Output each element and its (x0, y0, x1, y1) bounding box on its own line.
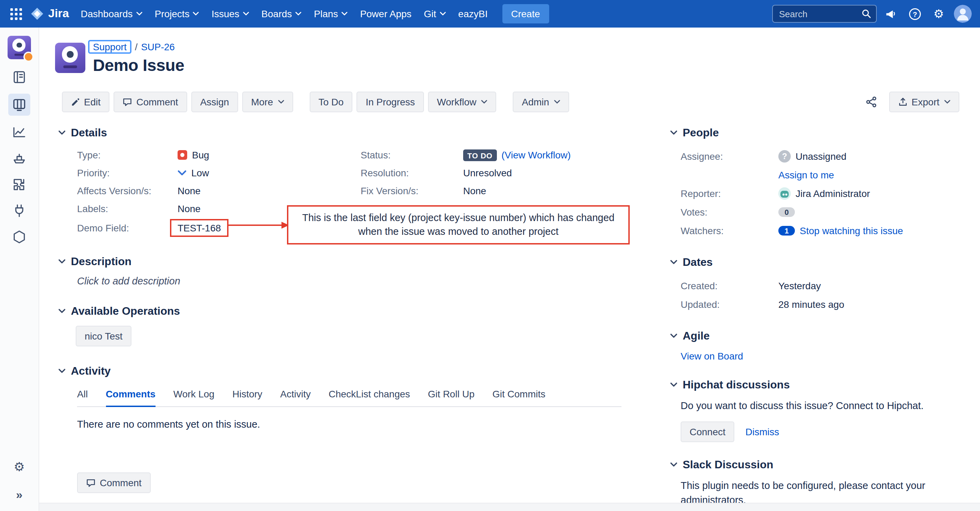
workflow-button[interactable]: Workflow (428, 92, 496, 112)
hipchat-dismiss-link[interactable]: Dismiss (745, 426, 779, 437)
feedback-button[interactable] (880, 3, 901, 24)
nav-item-label: eazyBI (458, 8, 488, 19)
tab-activity[interactable]: Activity (280, 383, 311, 407)
search-box[interactable] (772, 5, 877, 23)
assignee-value: ? Unassigned (778, 150, 846, 162)
operations-section-header[interactable]: Available Operations (58, 303, 631, 319)
jira-logo[interactable]: Jira (26, 7, 75, 21)
watchers-badge[interactable]: 1 (778, 225, 795, 235)
view-workflow-link[interactable]: (View Workflow) (501, 149, 571, 160)
people-section-header[interactable]: People (670, 125, 959, 141)
search-input[interactable] (778, 8, 862, 20)
more-button[interactable]: More (242, 92, 293, 112)
activity-section: Activity All Comments Work Log History A… (58, 363, 631, 493)
assign-button[interactable]: Assign (191, 92, 238, 112)
nav-item-label: Power Apps (360, 8, 411, 19)
nav-item-dashboards[interactable]: Dashboards (75, 0, 149, 27)
tab-comments[interactable]: Comments (106, 383, 156, 407)
chevron-down-icon (58, 369, 66, 374)
nav-item-power-apps[interactable]: Power Apps (354, 0, 417, 27)
activity-section-header[interactable]: Activity (58, 363, 631, 380)
tab-checklist-changes[interactable]: CheckList changes (329, 383, 410, 407)
help-button[interactable]: ? (904, 3, 925, 24)
comment-button-bottom[interactable]: Comment (77, 473, 150, 493)
chevron-down-icon (243, 12, 249, 16)
field-label: Affects Version/s: (77, 185, 178, 196)
primary-nav: Dashboards Projects Issues Boards Plans … (75, 0, 494, 27)
chevron-down-icon (295, 12, 301, 16)
chevron-down-icon (670, 260, 678, 265)
project-sidebar: ⚙ » (0, 27, 39, 511)
tab-git-roll-up[interactable]: Git Roll Up (428, 383, 474, 407)
hipchat-section: Hipchat discussions Do you want to discu… (670, 377, 959, 442)
comment-button[interactable]: Comment (113, 92, 187, 112)
sidebar-expand-button[interactable]: » (10, 485, 29, 504)
sidebar-item-backlog[interactable] (10, 67, 29, 87)
annotation-arrow (228, 220, 290, 230)
issue-project-avatar[interactable] (55, 42, 85, 73)
view-on-board-link[interactable]: View on Board (681, 351, 743, 362)
agile-section-header[interactable]: Agile (670, 328, 959, 344)
in-progress-transition-button[interactable]: In Progress (357, 92, 424, 112)
sidebar-item-releases[interactable] (10, 149, 29, 168)
sidebar-item-project-settings[interactable] (10, 227, 29, 246)
nav-item-git[interactable]: Git (418, 0, 452, 27)
chevron-down-icon (278, 100, 284, 104)
chevron-down-icon (944, 100, 950, 104)
breadcrumb-project-link[interactable]: Support (88, 40, 132, 54)
admin-button[interactable]: Admin (513, 92, 569, 112)
stop-watching-link[interactable]: Stop watching this issue (800, 225, 903, 236)
sidebar-settings-button[interactable]: ⚙ (10, 457, 29, 477)
create-button[interactable]: Create (502, 4, 549, 23)
project-avatar[interactable] (8, 36, 31, 59)
tab-git-commits[interactable]: Git Commits (492, 383, 546, 407)
slack-section-header[interactable]: Slack Discussion (670, 457, 959, 473)
todo-transition-button[interactable]: To Do (310, 92, 353, 112)
nav-item-issues[interactable]: Issues (205, 0, 255, 27)
sidebar-item-components[interactable] (10, 175, 29, 194)
nav-item-label: Plans (314, 8, 338, 19)
field-label: Watchers: (681, 225, 778, 236)
unassigned-avatar: ? (778, 150, 791, 162)
nav-item-plans[interactable]: Plans (308, 0, 354, 27)
type-value-text: Bug (192, 149, 209, 160)
hipchat-connect-button[interactable]: Connect (681, 422, 734, 442)
chevron-down-icon (440, 12, 446, 16)
tab-history[interactable]: History (232, 383, 262, 407)
sidebar-item-integrations[interactable] (10, 201, 29, 220)
dates-section: Dates Created: Yesterday Updated: 28 min… (670, 254, 959, 313)
app-switcher-button[interactable] (5, 3, 26, 24)
nico-test-button[interactable]: nico Test (76, 326, 132, 347)
hexagon-icon (12, 229, 27, 244)
nav-item-projects[interactable]: Projects (149, 0, 205, 27)
export-button[interactable]: Export (889, 92, 959, 112)
hipchat-section-header[interactable]: Hipchat discussions (670, 377, 959, 393)
sidebar-item-active-sprints[interactable] (8, 94, 30, 116)
breadcrumb-issue-link[interactable]: SUP-26 (141, 42, 175, 52)
tab-all[interactable]: All (77, 383, 88, 407)
chevron-down-icon (58, 130, 66, 136)
votes-badge[interactable]: 0 (778, 207, 795, 217)
dates-section-header[interactable]: Dates (670, 254, 959, 271)
tab-work-log[interactable]: Work Log (173, 383, 215, 407)
details-section-header[interactable]: Details (58, 125, 631, 141)
sidebar-item-reports[interactable] (10, 123, 29, 142)
assign-to-me-link[interactable]: Assign to me (778, 169, 834, 180)
description-section-header[interactable]: Description (58, 254, 631, 270)
description-placeholder[interactable]: Click to add description (77, 275, 631, 286)
profile-button[interactable] (953, 3, 973, 24)
field-label: Resolution: (361, 167, 463, 178)
nav-item-boards[interactable]: Boards (255, 0, 308, 27)
details-section: Details Type: Bug (58, 125, 631, 237)
settings-button[interactable]: ⚙ (928, 3, 949, 24)
toolbar-right: Export (860, 92, 959, 112)
user-avatar (954, 5, 972, 23)
reporter-avatar (778, 187, 791, 200)
nav-item-eazybi[interactable]: eazyBI (452, 0, 494, 27)
priority-value-text: Low (191, 167, 209, 178)
field-row-status: Status: TO DO (View Workflow) (361, 146, 631, 164)
issue-header: Support / SUP-26 Demo Issue (39, 27, 980, 75)
votes-value: 0 (778, 207, 795, 217)
edit-button[interactable]: Edit (62, 92, 110, 112)
share-button[interactable] (860, 92, 882, 112)
